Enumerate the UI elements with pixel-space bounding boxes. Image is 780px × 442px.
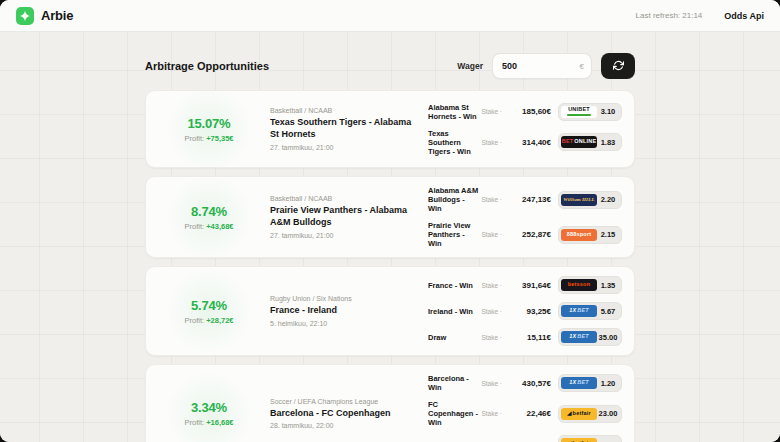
header-right: Last refresh: 21:14 Odds Api [636,11,764,21]
outcome-row: Barcelona - Win Stake · 430,57€ 1XBET 1.… [428,374,622,392]
outcome-row: Texas Southern Tigers - Win Stake · 314,… [428,129,622,156]
outcomes: Barcelona - Win Stake · 430,57€ 1XBET 1.… [428,374,622,442]
main-content: Arbitrage Opportunities Wager € [0,32,780,442]
app-header: Arbie Last refresh: 21:14 Odds Api [0,0,780,32]
odds-pill[interactable]: betsson 1.35 [558,276,622,294]
league-text: Rugby Union / Six Nations [270,295,418,302]
profit-label: Profit: [184,222,204,231]
betonline-logo: BETONLINE [561,136,597,148]
stake-value: 247,13€ [505,195,551,204]
odds-pill[interactable]: UNIBET 3.10 [558,103,622,121]
stake-value: 252,87€ [505,230,551,239]
percent-badge: 3.34% Profit: +16,68€ [158,374,260,442]
nav-odds-api[interactable]: Odds Api [724,11,764,21]
arbitrage-card[interactable]: 5.74% Profit: +28,72€ Rugby Union / Six … [145,266,635,356]
cards-list: 15.07% Profit: +75,35€ Basketball / NCAA… [145,90,635,442]
outcome-label: Barcelona - Win [428,374,481,392]
888sport-logo: 888sport [561,229,597,241]
stake-label: Stake · [481,196,502,203]
page-title: Arbitrage Opportunities [145,60,269,72]
stake-value: 185,60€ [505,107,551,116]
outcome-row: Alabama St Hornets - Win Stake · 185,60€… [428,103,622,121]
profit-text: Profit: +16,68€ [184,418,233,427]
profit-value: +75,35€ [206,134,233,143]
profit-text: Profit: +75,35€ [184,134,233,143]
sparkle-icon [19,10,31,22]
outcome-label: FC Copenhagen - Win [428,400,481,427]
outcome-label: Ireland - Win [428,307,481,316]
league-text: Basketball / NCAAB [270,107,418,114]
percent-value: 5.74% [191,298,227,313]
stake-label: Stake · [481,410,502,417]
brand-logo [16,7,34,25]
odds-pill[interactable]: BETONLINE 1.83 [558,133,622,151]
stake-label: Stake · [481,282,502,289]
stake-label: Stake · [481,231,502,238]
percent-badge: 15.07% Profit: +75,35€ [158,100,260,158]
outcome-label: Draw [428,333,481,342]
outcome-row: FC Copenhagen - Win Stake · 22,46€ ◢betf… [428,400,622,427]
match-title: Barcelona - FC Copenhagen [270,408,418,420]
odds-value: 2.15 [597,230,619,239]
stake-label: Stake · [481,334,502,341]
odds-pill[interactable]: 1XBET 35.00 [558,328,622,346]
match-date: 27. tammikuu, 21:00 [270,144,418,151]
stake-value: 430,57€ [505,379,551,388]
odds-pill[interactable]: 1XBET 1.20 [558,374,622,392]
arbitrage-card[interactable]: 3.34% Profit: +16,68€ Soccer / UEFA Cham… [145,364,635,442]
odds-pill[interactable]: 888sport 2.15 [558,226,622,244]
odds-pill[interactable]: WilliamHILL 2.20 [558,191,622,209]
arbitrage-card[interactable]: 15.07% Profit: +75,35€ Basketball / NCAA… [145,90,635,168]
outcome-label: Alabama St Hornets - Win [428,103,481,121]
outcome-row: Ireland - Win Stake · 93,25€ 1XBET 5.67 [428,302,622,320]
wager-input-wrap: € [492,53,592,79]
toolbar: Arbitrage Opportunities Wager € [145,52,635,80]
brand-name: Arbie [41,8,73,23]
profit-text: Profit: +28,72€ [184,316,233,325]
betfair-logo: ◢betfair [561,408,597,420]
stake-value: 22,46€ [505,409,551,418]
odds-pill[interactable]: ◢betfair 23.00 [558,405,622,423]
refresh-icon [613,59,624,74]
1xbet-logo: 1XBET [561,305,597,317]
brand: Arbie [16,7,73,25]
odds-pill[interactable]: ◢betfair 11.00 [558,435,622,442]
profit-label: Profit: [184,418,204,427]
match-info: Soccer / UEFA Champions League Barcelona… [270,398,418,430]
toolbar-right: Wager € [457,53,635,79]
odds-value: 2.20 [597,195,619,204]
match-info: Rugby Union / Six Nations France - Irela… [270,295,418,327]
profit-label: Profit: [184,134,204,143]
outcome-row: Draw Stake · 15,11€ 1XBET 35.00 [428,328,622,346]
profit-text: Profit: +43,68€ [184,222,233,231]
match-info: Basketball / NCAAB Texas Southern Tigers… [270,107,418,150]
match-date: 5. helmikuu, 22:10 [270,320,418,327]
wager-input[interactable] [492,53,592,79]
refresh-button[interactable] [601,53,635,79]
percent-value: 8.74% [191,204,227,219]
outcome-row: Alabama A&M Bulldogs - Win Stake · 247,1… [428,186,622,213]
match-info: Basketball / NCAAB Prairie View Panthers… [270,195,418,238]
outcome-row: Draw Stake · 46,97€ ◢betfair 11.00 [428,435,622,442]
match-title: Texas Southern Tigers - Alabama St Horne… [270,117,418,140]
stake-value: 391,64€ [505,281,551,290]
odds-pill[interactable]: 1XBET 5.67 [558,302,622,320]
1xbet-logo: 1XBET [561,331,597,343]
arbitrage-card[interactable]: 8.74% Profit: +43,68€ Basketball / NCAAB… [145,176,635,258]
percent-badge: 5.74% Profit: +28,72€ [158,276,260,346]
outcome-label: Texas Southern Tigers - Win [428,129,481,156]
outcomes: Alabama St Hornets - Win Stake · 185,60€… [428,103,622,156]
outcome-label: Alabama A&M Bulldogs - Win [428,186,481,213]
stake-label: Stake · [481,139,502,146]
betfair-logo: ◢betfair [561,438,597,442]
profit-label: Profit: [184,316,204,325]
stake-value: 93,25€ [505,307,551,316]
logo-underline [567,114,591,116]
league-text: Basketball / NCAAB [270,195,418,202]
odds-value: 1.35 [597,281,619,290]
profit-value: +28,72€ [206,316,233,325]
1xbet-logo: 1XBET [561,377,597,389]
outcomes: Alabama A&M Bulldogs - Win Stake · 247,1… [428,186,622,248]
betsson-logo: betsson [561,279,597,291]
outcome-row: France - Win Stake · 391,64€ betsson 1.3… [428,276,622,294]
